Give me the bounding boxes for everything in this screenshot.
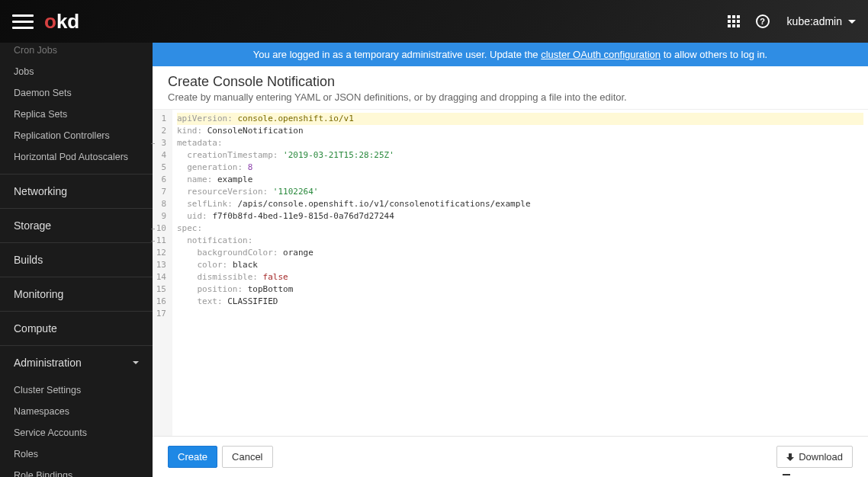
cancel-button[interactable]: Cancel (222, 446, 272, 468)
download-button[interactable]: Download (776, 446, 853, 468)
sidebar-item[interactable]: Namespaces (0, 401, 153, 422)
heading-block: Create Console Notification Create by ma… (153, 66, 868, 109)
sidebar[interactable]: Cron JobsJobsDaemon SetsReplica SetsRepl… (0, 43, 153, 477)
sidebar-section-label: Storage (14, 219, 51, 232)
sidebar-section-administration[interactable]: Administration (0, 345, 153, 379)
banner-prefix: You are logged in as a temporary adminis… (253, 49, 541, 60)
page-subtitle: Create by manually entering YAML or JSON… (168, 91, 853, 103)
sidebar-item[interactable]: Role Bindings (0, 465, 153, 477)
main: Cron JobsJobsDaemon SetsReplica SetsRepl… (0, 43, 868, 477)
sidebar-item[interactable]: Roles (0, 443, 153, 465)
sidebar-item[interactable]: Horizontal Pod Autoscalers (0, 146, 153, 168)
banner-suffix: to allow others to log in. (661, 49, 767, 60)
logo-part1: o (44, 10, 56, 34)
content: You are logged in as a temporary adminis… (153, 43, 868, 477)
sidebar-item[interactable]: Replication Controllers (0, 125, 153, 146)
hamburger-menu-icon[interactable] (12, 11, 34, 32)
sidebar-section-label: Administration (14, 357, 82, 369)
sidebar-item[interactable]: Service Accounts (0, 422, 153, 443)
info-banner: You are logged in as a temporary adminis… (153, 43, 868, 66)
apps-launcher-icon[interactable] (722, 9, 746, 34)
banner-link[interactable]: cluster OAuth configuration (541, 49, 661, 60)
create-button[interactable]: Create (168, 446, 217, 468)
download-label: Download (799, 451, 843, 463)
footer: Create Cancel Download (153, 436, 868, 477)
logo-part2: kd (56, 10, 79, 34)
yaml-editor[interactable]: 1234567891011121314151617 apiVersion: co… (153, 109, 868, 436)
chevron-down-icon (133, 361, 139, 364)
sidebar-item[interactable]: Cron Jobs (0, 43, 153, 61)
sidebar-section[interactable]: Monitoring (0, 277, 153, 311)
sidebar-item[interactable]: Cluster Settings (0, 379, 153, 401)
sidebar-section-label: Builds (14, 254, 43, 266)
user-name: kube:admin (787, 15, 842, 27)
sidebar-item[interactable]: Replica Sets (0, 104, 153, 125)
editor-code[interactable]: apiVersion: console.openshift.io/v1kind:… (172, 110, 868, 436)
sidebar-item[interactable]: Daemon Sets (0, 82, 153, 104)
download-icon (786, 454, 794, 462)
topbar: okd ? kube:admin (0, 0, 868, 43)
caret-down-icon (848, 20, 856, 24)
sidebar-section[interactable]: Builds (0, 242, 153, 277)
help-icon[interactable]: ? (751, 9, 775, 34)
sidebar-section[interactable]: Networking (0, 174, 153, 208)
logo[interactable]: okd (44, 10, 79, 34)
sidebar-section-label: Networking (14, 185, 67, 197)
user-menu[interactable]: kube:admin (787, 15, 856, 27)
sidebar-section-label: Compute (14, 322, 57, 335)
page-title: Create Console Notification (168, 74, 853, 90)
editor-gutter: 1234567891011121314151617 (153, 110, 172, 436)
sidebar-item[interactable]: Jobs (0, 61, 153, 82)
sidebar-section-label: Monitoring (14, 288, 63, 300)
sidebar-section[interactable]: Storage (0, 208, 153, 242)
sidebar-section[interactable]: Compute (0, 311, 153, 345)
